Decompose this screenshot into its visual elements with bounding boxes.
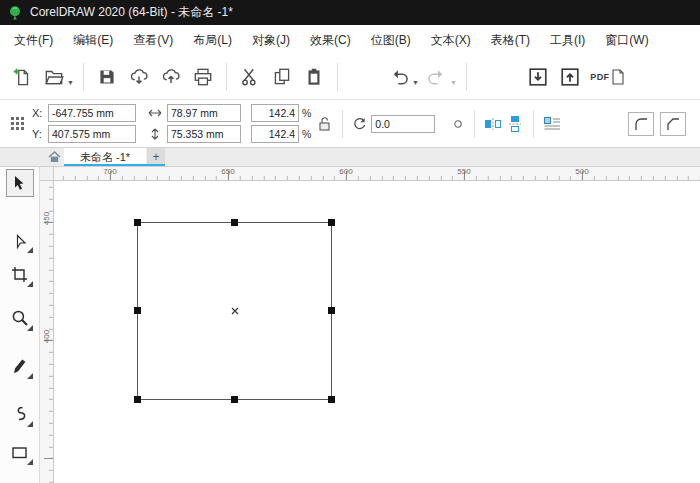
- menu-item-bitmaps[interactable]: 位图(B): [361, 25, 421, 55]
- save-button[interactable]: [91, 61, 123, 93]
- rectangle-tool[interactable]: [6, 438, 34, 466]
- scale-lock-toggle[interactable]: [313, 113, 335, 135]
- cloud-download-button[interactable]: [123, 61, 155, 93]
- ruler-label: 550: [457, 167, 470, 176]
- crop-tool[interactable]: [6, 260, 34, 288]
- x-position-label: X:: [32, 107, 45, 119]
- object-width-input[interactable]: [167, 104, 241, 122]
- pick-cursor-icon: [10, 174, 29, 193]
- mirror-horizontal-icon: [484, 117, 502, 131]
- horizontal-ruler[interactable]: 700 650 600 550 500: [54, 167, 700, 181]
- propbar-separator: [533, 110, 534, 138]
- selection-handle-bottom-middle[interactable]: [231, 396, 238, 403]
- menu-item-edit[interactable]: 编辑(E): [63, 25, 123, 55]
- undo-icon: [388, 66, 410, 88]
- ruler-label: 500: [575, 167, 588, 176]
- scale-vertical-input[interactable]: [251, 125, 299, 143]
- propbar-separator: [342, 110, 343, 138]
- welcome-screen-button[interactable]: [44, 148, 64, 166]
- artistic-media-tool[interactable]: [6, 400, 34, 428]
- chamfer-corner-icon: [665, 116, 681, 132]
- y-position-label: Y:: [32, 128, 45, 140]
- scale-horizontal-input[interactable]: [251, 104, 299, 122]
- scale-vertical-unit: %: [302, 128, 311, 140]
- ruler-label: 700: [103, 167, 116, 176]
- flyout-arrow: [27, 281, 33, 287]
- selection-handle-top-right[interactable]: [328, 219, 335, 226]
- menu-bar: 文件(F) 编辑(E) 查看(V) 布局(L) 对象(J) 效果(C) 位图(B…: [0, 25, 700, 55]
- shape-tool[interactable]: [6, 226, 34, 254]
- menu-item-view[interactable]: 查看(V): [123, 25, 183, 55]
- selection-handle-top-middle[interactable]: [231, 219, 238, 226]
- x-position-input[interactable]: [48, 104, 136, 122]
- undo-dropdown-arrow[interactable]: ▼: [412, 79, 419, 86]
- menu-item-window[interactable]: 窗口(W): [595, 25, 658, 55]
- pdf-page-icon: [611, 69, 625, 85]
- paste-clipboard-icon: [303, 66, 325, 88]
- zoom-tool[interactable]: [6, 304, 34, 332]
- menu-item-text[interactable]: 文本(X): [421, 25, 481, 55]
- chamfer-corner-button[interactable]: [660, 112, 686, 136]
- tab-untitled-1[interactable]: 未命名 -1*: [64, 148, 146, 166]
- rotation-angle-icon: [350, 115, 368, 133]
- export-button[interactable]: [554, 61, 586, 93]
- round-corner-icon: [633, 116, 649, 132]
- selection-handle-middle-left[interactable]: [134, 307, 141, 314]
- freehand-tool[interactable]: [6, 352, 34, 380]
- selection-handle-top-left[interactable]: [134, 219, 141, 226]
- mirror-horizontal-button[interactable]: [482, 113, 504, 135]
- object-position-grid-icon: [8, 115, 26, 133]
- document-tab-bar: 未命名 -1* +: [0, 148, 700, 167]
- wrap-text-button[interactable]: [541, 113, 563, 135]
- open-folder-icon: [43, 66, 65, 88]
- ruler-origin-corner[interactable]: [40, 167, 54, 181]
- drawing-canvas[interactable]: [54, 181, 700, 483]
- open-dropdown-arrow[interactable]: ▼: [67, 79, 74, 86]
- window-title: CorelDRAW 2020 (64-Bit) - 未命名 -1*: [30, 4, 233, 21]
- copy-button[interactable]: [266, 61, 298, 93]
- flyout-arrow: [27, 373, 33, 379]
- undo-button[interactable]: [383, 61, 415, 93]
- object-height-input[interactable]: [167, 125, 241, 143]
- selection-handle-middle-right[interactable]: [328, 307, 335, 314]
- menu-item-tools[interactable]: 工具(I): [540, 25, 595, 55]
- selection-center-x-mark[interactable]: [230, 306, 240, 316]
- menu-item-effects[interactable]: 效果(C): [300, 25, 361, 55]
- print-button[interactable]: [187, 61, 219, 93]
- redo-button[interactable]: [421, 61, 453, 93]
- new-document-icon: [11, 66, 33, 88]
- import-icon: [526, 65, 550, 89]
- flyout-arrow: [27, 325, 33, 331]
- selection-handle-bottom-right[interactable]: [328, 396, 335, 403]
- menu-item-layout[interactable]: 布局(L): [183, 25, 242, 55]
- menu-item-file[interactable]: 文件(F): [4, 25, 63, 55]
- coreldraw-logo-icon: [7, 5, 23, 21]
- round-corner-button[interactable]: [628, 112, 654, 136]
- flyout-arrow: [27, 421, 33, 427]
- mirror-vertical-button[interactable]: [504, 113, 526, 135]
- redo-icon: [426, 66, 448, 88]
- vertical-ruler[interactable]: 450 400: [40, 181, 54, 483]
- pick-tool[interactable]: [6, 169, 34, 197]
- selected-rectangle-object[interactable]: [137, 222, 332, 400]
- flyout-arrow: [27, 247, 33, 253]
- cut-button[interactable]: [234, 61, 266, 93]
- new-tab-button[interactable]: +: [147, 148, 165, 166]
- menu-item-table[interactable]: 表格(T): [481, 25, 540, 55]
- publish-pdf-button[interactable]: PDF: [586, 61, 630, 93]
- rotation-angle-input[interactable]: [371, 115, 435, 133]
- redo-dropdown-arrow[interactable]: ▼: [450, 79, 457, 86]
- selection-handle-bottom-left[interactable]: [134, 396, 141, 403]
- toolbox: [0, 167, 40, 483]
- ruler-label: 650: [221, 167, 234, 176]
- coreldraw-window: CorelDRAW 2020 (64-Bit) - 未命名 -1* 文件(F) …: [0, 0, 700, 483]
- import-button[interactable]: [522, 61, 554, 93]
- paste-button[interactable]: [298, 61, 330, 93]
- object-height-icon: [146, 125, 164, 143]
- y-position-input[interactable]: [48, 125, 136, 143]
- toolbar-separator: [466, 63, 467, 91]
- new-document-button[interactable]: [6, 61, 38, 93]
- cloud-upload-button[interactable]: [155, 61, 187, 93]
- menu-item-object[interactable]: 对象(J): [242, 25, 300, 55]
- open-button[interactable]: [38, 61, 70, 93]
